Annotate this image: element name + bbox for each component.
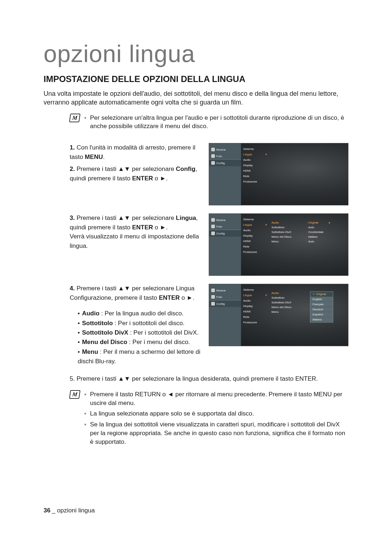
step-3-text-d: Verrà visualizzato il menu di impostazio… xyxy=(70,232,201,250)
dropdown-item: English xyxy=(310,297,333,302)
osd-col2-item: Sistema xyxy=(241,146,269,152)
menu-key: MENU xyxy=(314,391,332,398)
osd-col3-item: Menu xyxy=(269,239,306,244)
page-number: 36 xyxy=(44,507,50,514)
music-icon xyxy=(211,289,215,292)
footer-label: opzioni lingua xyxy=(55,507,95,514)
step-4-block: 4. Premere i tasti ▲▼ per selezionare Li… xyxy=(70,284,348,366)
return-key: RETURN xyxy=(135,391,161,398)
step-1-text-b: . xyxy=(103,154,105,160)
page-footer: 36_ opzioni lingua xyxy=(44,507,95,514)
note-b1-a: Premere il tasto xyxy=(90,391,135,398)
step-3-text-c: o ►. xyxy=(153,224,168,231)
osd-col3-item: Menu xyxy=(269,310,306,314)
step-5-text-a: Premere i tasti ▲▼ per selezionare la li… xyxy=(77,375,295,382)
dropdown-item: Deutsch xyxy=(310,307,333,312)
osd-col3-item: Sottotitolo DivX xyxy=(269,230,306,234)
osd-col2-item: Display xyxy=(241,233,269,238)
osd-col3-item: Sottotitolo xyxy=(269,225,306,230)
osd-col2-item: Protezione xyxy=(241,179,269,184)
language-dropdown: ✓Original English Français Deutsch Españ… xyxy=(310,291,333,323)
osd-col2-item: Audio xyxy=(241,298,269,303)
config-key: Config xyxy=(176,165,196,172)
photo-icon xyxy=(211,225,215,228)
step-1-number: 1. xyxy=(70,144,75,151)
bullet-icon: ▪ xyxy=(84,114,86,131)
bullet-icon: ▪ xyxy=(84,390,86,408)
osd-col2-item: Display xyxy=(241,303,269,309)
bullet-icon: ▪ xyxy=(84,409,86,418)
osd-col2-item: Display xyxy=(241,163,269,168)
osd-col2-item: Rete xyxy=(241,314,269,320)
enter-key: ENTER xyxy=(132,224,153,231)
osd-col4-item: :Auto xyxy=(306,239,331,244)
audio-key: Audio xyxy=(82,310,99,317)
step-3-text-a: Premere i tasti ▲▼ per selezionare xyxy=(77,214,176,221)
osd-col4-item: :Occidentale xyxy=(306,230,331,234)
menu-key: MENU xyxy=(85,154,103,160)
step-5-text-b: . xyxy=(316,375,318,382)
osd-col2-item: HDMI xyxy=(241,309,269,314)
menu-disco-key: Menu del Disco xyxy=(82,339,127,345)
step-2-text-a: Premere i tasti ▲▼ per selezionare xyxy=(77,165,176,172)
sottotitolo-divx-desc: : Per i sottotitoli del DivX. xyxy=(128,329,199,336)
osd-col2-item: HDMI xyxy=(241,238,269,244)
osd-col2-item: Sistema xyxy=(241,287,269,292)
intro-text: Una volta impostate le opzioni dell'audi… xyxy=(44,89,348,107)
note-icon: M xyxy=(69,390,80,399)
osd-foto: Foto xyxy=(216,155,222,158)
note-block-bottom: M ▪ Premere il tasto RETURN o ◄ per rito… xyxy=(70,390,348,449)
screenshot-3: Musica Foto Config Sistema Lingua Audio … xyxy=(209,284,348,346)
sottotitolo-desc: : Per i sottotitoli del disco. xyxy=(113,320,184,327)
osd-col3-item: Sottotitolo xyxy=(269,295,306,300)
step-1-2-block: 1. Con l'unità in modalità di arresto, p… xyxy=(70,143,348,205)
osd-col2-item: Protezione xyxy=(241,320,269,325)
photo-icon xyxy=(211,295,215,299)
osd-musica: Musica xyxy=(216,148,225,151)
screenshot-1: Musica Foto Config Sistema Lingua Audio … xyxy=(209,143,348,205)
note-b1-b: o ◄ per ritornare al menu precedente. Pr… xyxy=(161,391,314,398)
music-icon xyxy=(211,218,215,222)
enter-key: ENTER xyxy=(295,375,316,382)
sottotitolo-divx-key: Sottotitolo DivX xyxy=(82,329,128,336)
osd-col2-item: Rete xyxy=(241,173,269,179)
gear-icon xyxy=(211,161,215,165)
osd-col3-item: Menu del Disco xyxy=(269,305,306,310)
menu-disco-desc: : Per i menu del disco. xyxy=(127,339,190,345)
step-5-block: 5. Premere i tasti ▲▼ per selezionare la… xyxy=(70,374,348,384)
osd-col3-item: Audio xyxy=(269,220,306,225)
osd-col2-item: Lingua xyxy=(241,152,269,157)
gear-icon xyxy=(211,232,215,235)
enter-key: ENTER xyxy=(132,175,153,182)
photo-icon xyxy=(211,154,215,158)
osd-col2-item: Sistema xyxy=(241,217,269,222)
osd-config: Config xyxy=(216,161,225,165)
music-icon xyxy=(211,148,215,151)
lingua-key: Lingua xyxy=(176,214,196,221)
bullet-icon: ▪ xyxy=(84,420,86,446)
osd-col2-item: Audio xyxy=(241,228,269,233)
check-icon: ✓ xyxy=(313,292,315,296)
note-block-top: M ▪Per selezionare un'altra lingua per l… xyxy=(70,114,348,133)
note-icon: M xyxy=(69,114,80,122)
note-text: Per selezionare un'altra lingua per l'au… xyxy=(90,114,348,131)
dropdown-item: Español xyxy=(310,312,333,317)
dropdown-item: Français xyxy=(310,302,333,307)
osd-col2-item: Audio xyxy=(241,157,269,163)
step-3-block: 3. Premere i tasti ▲▼ per selezionare Li… xyxy=(70,213,348,276)
osd-col4-item: :Auto xyxy=(306,225,331,230)
page-title: opzioni lingua xyxy=(44,40,348,67)
note-b2: La lingua selezionata appare solo se è s… xyxy=(90,409,254,418)
step-5-number: 5. xyxy=(70,375,75,382)
osd-col2-item: Protezione xyxy=(241,249,269,255)
step-3-number: 3. xyxy=(70,214,75,221)
dropdown-item: Italiano xyxy=(310,317,333,322)
screenshot-2: Musica Foto Config Sistema Lingua Audio … xyxy=(209,213,348,276)
step-2-text-c: o ►. xyxy=(153,175,168,182)
osd-col2-item: HDMI xyxy=(241,168,269,173)
osd-col3-item: Sottotitolo DivX xyxy=(269,300,306,305)
section-heading: IMPOSTAZIONE DELLE OPZIONI DELLA LINGUA xyxy=(44,74,348,84)
step-4-text-b: o ►. xyxy=(180,294,194,301)
osd-col4-item: :Original ▸ xyxy=(306,220,331,225)
menu-key: Menu xyxy=(82,348,98,355)
